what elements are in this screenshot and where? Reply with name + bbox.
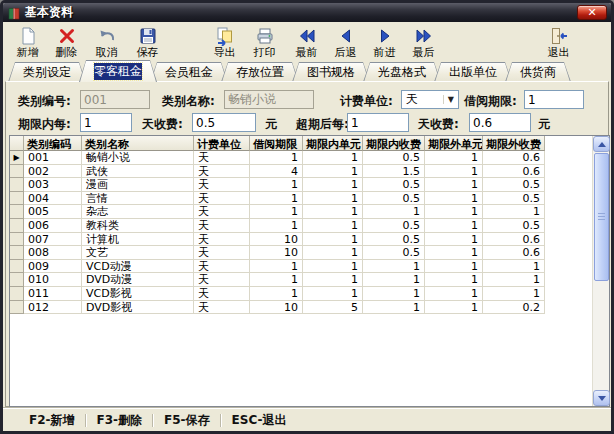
row-selector[interactable]	[10, 273, 24, 287]
within-per-input[interactable]	[80, 113, 132, 132]
cell: 10	[250, 301, 303, 315]
cell: 天	[194, 178, 250, 192]
table-row[interactable]: 007计算机天1010.510.6	[10, 233, 609, 247]
tab-storage-location[interactable]: 存放位置	[221, 62, 299, 82]
table-row[interactable]: 012DVD影视天105110.2	[10, 301, 609, 315]
category-name-input[interactable]	[224, 90, 314, 109]
vertical-scrollbar[interactable]	[592, 136, 609, 406]
chevron-down-icon	[598, 396, 606, 401]
first-button[interactable]: 最前	[288, 23, 325, 61]
cell: 天	[194, 301, 250, 315]
status-bar: F2-新增F3-删除F5-保存ESC-退出	[3, 408, 611, 431]
cell: 1	[303, 219, 363, 233]
cell: 0.5	[363, 151, 425, 165]
overdue-per-input[interactable]	[347, 113, 409, 132]
column-header: 期限外单元	[425, 136, 483, 151]
forward-button[interactable]: 前进	[366, 23, 403, 61]
overdue-fee-input[interactable]	[469, 113, 531, 132]
cell: 天	[194, 246, 250, 260]
print-button[interactable]: 打印	[246, 23, 283, 61]
table-row[interactable]: 005杂志天11111	[10, 205, 609, 219]
last-button[interactable]: 最后	[405, 23, 442, 61]
delete-button[interactable]: 删除	[48, 23, 85, 61]
cell: 0.5	[363, 192, 425, 206]
cancel-button[interactable]: 取消	[88, 23, 125, 61]
cell: 天	[194, 260, 250, 274]
row-selector[interactable]	[10, 178, 24, 192]
cell: 1	[303, 165, 363, 179]
cell: 言情	[82, 192, 194, 206]
cell: 畅销小说	[82, 151, 194, 165]
row-selector[interactable]	[10, 233, 24, 247]
cell: 1	[303, 205, 363, 219]
tab-publisher[interactable]: 出版单位	[434, 62, 512, 82]
cell: 1	[303, 192, 363, 206]
tab-label: 会员租金	[165, 64, 213, 81]
tab-book-spec[interactable]: 图书规格	[292, 62, 370, 82]
column-header: 期限内单元	[303, 136, 363, 151]
row-selector[interactable]	[10, 192, 24, 206]
row-selector[interactable]	[10, 219, 24, 233]
current-row-indicator[interactable]: ▶	[10, 151, 24, 165]
table-row[interactable]: 003漫画天110.510.5	[10, 178, 609, 192]
scroll-up-button[interactable]	[593, 136, 610, 152]
table-row[interactable]: 008文艺天1010.510.6	[10, 246, 609, 260]
tab-category-setting[interactable]: 类别设定	[8, 62, 86, 82]
export-button-label: 导出	[214, 46, 236, 59]
statusbar-item: F3-删除	[97, 412, 143, 429]
export-button[interactable]: 导出	[206, 23, 243, 61]
cell: 1	[363, 205, 425, 219]
cell: 003	[24, 178, 82, 192]
table-row[interactable]: ▶001畅销小说天110.510.6	[10, 151, 609, 165]
cell: 1	[250, 273, 303, 287]
row-selector-header	[10, 136, 24, 151]
cell: 天	[194, 233, 250, 247]
row-selector[interactable]	[10, 301, 24, 315]
back-button[interactable]: 后退	[327, 23, 364, 61]
cell: 1	[303, 151, 363, 165]
cell: 1	[425, 178, 483, 192]
window-title: 基本资料	[25, 4, 73, 21]
cell: 1	[425, 151, 483, 165]
cell: VCD动漫	[82, 260, 194, 274]
table-row[interactable]: 004言情天110.510.5	[10, 192, 609, 206]
close-button[interactable]: ✕	[577, 5, 607, 20]
row-selector[interactable]	[10, 165, 24, 179]
save-button[interactable]: 保存	[129, 23, 166, 61]
tab-label: 光盘格式	[378, 64, 426, 81]
cell: 0.6	[483, 165, 545, 179]
table-row[interactable]: 009VCD动漫天11111	[10, 260, 609, 274]
scroll-thumb[interactable]	[594, 153, 609, 281]
tab-supplier[interactable]: 供货商	[505, 62, 571, 82]
cell: DVD影视	[82, 301, 194, 315]
borrow-period-input[interactable]	[524, 90, 584, 109]
table-row[interactable]: 011VCD影视天11111	[10, 287, 609, 301]
cell: 1	[425, 301, 483, 315]
cell: 012	[24, 301, 82, 315]
cell: 天	[194, 151, 250, 165]
cell: 1	[303, 273, 363, 287]
exit-button[interactable]: 退出	[540, 23, 577, 61]
cell: 文艺	[82, 246, 194, 260]
scroll-down-button[interactable]	[593, 390, 610, 406]
tab-retail-rent[interactable]: 零客租金	[79, 60, 157, 82]
column-header: 计费单位	[194, 136, 250, 151]
tab-disc-format[interactable]: 光盘格式	[363, 62, 441, 82]
within-fee-input[interactable]	[192, 113, 256, 132]
cell: 1	[363, 260, 425, 274]
exit-door-icon	[549, 26, 569, 46]
row-selector[interactable]	[10, 205, 24, 219]
row-selector[interactable]	[10, 287, 24, 301]
new-button[interactable]: 新增	[9, 23, 46, 61]
row-selector[interactable]	[10, 260, 24, 274]
table-row[interactable]: 002武侠天411.510.6	[10, 165, 609, 179]
table-row[interactable]: 006教科类天110.510.5	[10, 219, 609, 233]
billing-unit-select[interactable]: 天 ▼	[401, 90, 459, 109]
row-selector[interactable]	[10, 246, 24, 260]
toolbar: 新增删除取消保存导出打印最前后退前进最后 退出	[3, 22, 611, 62]
column-header: 期限外收费	[483, 136, 545, 151]
tab-member-rent[interactable]: 会员租金	[150, 62, 228, 82]
cell: 天	[194, 205, 250, 219]
table-row[interactable]: 010DVD动漫天11111	[10, 273, 609, 287]
category-code-input[interactable]	[80, 90, 150, 109]
